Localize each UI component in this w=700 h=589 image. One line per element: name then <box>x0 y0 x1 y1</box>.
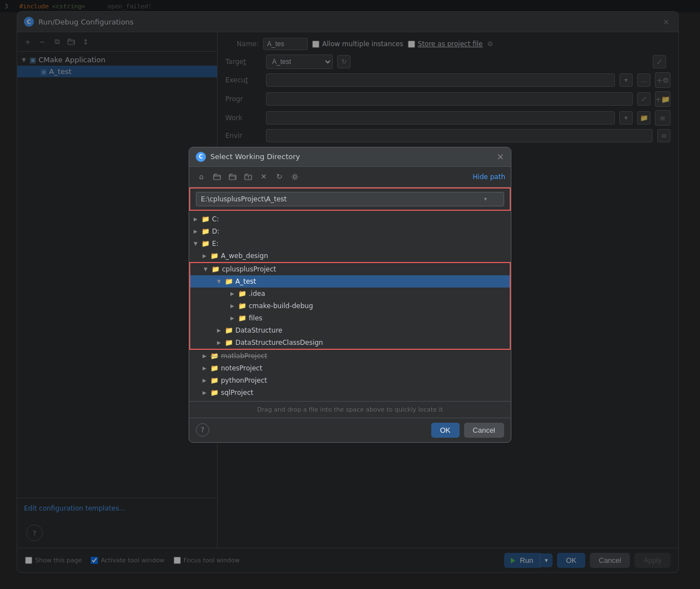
swd-close-button[interactable]: × <box>497 152 504 161</box>
idea-folder-icon: 📁 <box>238 290 247 298</box>
cplusplus-expand-icon: ▼ <box>204 266 209 272</box>
swd-tree-item-cmake-build[interactable]: ▶ 📁 cmake-build-debug <box>190 300 510 312</box>
swd-new-folder-button[interactable] <box>210 170 224 184</box>
swd-cancel-button[interactable]: Cancel <box>464 423 504 438</box>
swd-footer: ? OK Cancel <box>189 418 511 442</box>
swd-home-button[interactable]: ⌂ <box>195 170 208 184</box>
python-folder-icon: 📁 <box>210 377 219 384</box>
c-expand-icon: ▶ <box>194 216 199 222</box>
cmake-build-expand-icon: ▶ <box>230 303 236 309</box>
swd-path-dropdown-icon[interactable]: ▾ <box>484 196 487 202</box>
swd-titlebar: C Select Working Directory × <box>189 147 511 167</box>
swd-tree-item-matlab[interactable]: ▶ 📁 matlabProject <box>189 350 511 362</box>
sql-expand-icon: ▶ <box>203 390 208 395</box>
swd-path-text: E:\cplusplusProject\A_test <box>201 195 287 203</box>
a-web-design-expand-icon: ▶ <box>203 253 208 259</box>
swd-tree-item-python[interactable]: ▶ 📁 pythonProject <box>189 374 511 387</box>
notes-folder-icon: 📁 <box>210 364 219 372</box>
swd-delete-button[interactable]: ✕ <box>257 170 270 184</box>
a-web-design-folder-icon: 📁 <box>210 252 219 260</box>
swd-icon: C <box>196 152 206 162</box>
swd-path-input-wrapper: E:\cplusplusProject\A_test ▾ <box>196 192 504 206</box>
svg-text:↑: ↑ <box>247 175 250 180</box>
d-folder-icon: 📁 <box>201 227 210 235</box>
notes-expand-icon: ▶ <box>203 365 208 371</box>
sql-folder-icon: 📁 <box>210 389 219 397</box>
swd-title: Select Working Directory <box>210 152 492 161</box>
data-structure-class-expand-icon: ▶ <box>217 340 223 345</box>
cmake-build-folder-icon: 📁 <box>238 302 247 310</box>
svg-text:+: + <box>234 176 236 180</box>
swd-help-button[interactable]: ? <box>196 423 209 437</box>
swd-toolbar: ⌂ + ↑ ✕ ↻ Hide path <box>189 167 511 187</box>
idea-expand-icon: ▶ <box>230 291 236 296</box>
data-structure-folder-icon: 📁 <box>225 326 233 334</box>
swd-ok-button[interactable]: OK <box>431 423 460 438</box>
swd-tree-item-data-structure[interactable]: ▶ 📁 DataStructure <box>190 324 510 336</box>
swd-tree-item-cplusplus[interactable]: ▼ 📁 cplusplusProject <box>190 263 510 275</box>
swd-hide-path-btn[interactable]: Hide path <box>473 173 505 181</box>
swd-dialog: C Select Working Directory × ⌂ + ↑ ✕ ↻ H… <box>189 147 511 443</box>
files-folder-icon: 📁 <box>238 314 247 322</box>
swd-tree: ▶ 📁 C: ▶ 📁 D: ▼ 📁 E: ▶ 📁 A_web_design <box>189 211 511 401</box>
swd-new-folder2-button[interactable]: + <box>226 170 239 184</box>
swd-settings-button[interactable] <box>288 170 302 184</box>
swd-tree-item-a-test[interactable]: ▼ 📁 A_test <box>190 275 510 288</box>
swd-refresh-button[interactable]: ↻ <box>273 170 286 184</box>
swd-parent-folder-button[interactable]: ↑ <box>241 170 255 184</box>
matlab-expand-icon: ▶ <box>203 353 208 359</box>
c-folder-icon: 📁 <box>201 215 210 223</box>
swd-tree-item-idea[interactable]: ▶ 📁 .idea <box>190 288 510 300</box>
swd-tree-item-files[interactable]: ▶ 📁 files <box>190 312 510 324</box>
swd-tree-item-e[interactable]: ▼ 📁 E: <box>189 237 511 250</box>
a-test-folder-icon: 📁 <box>225 278 233 285</box>
swd-tree-item-data-structure-class[interactable]: ▶ 📁 DataStructureClassDesign <box>190 336 510 349</box>
swd-tree-item-notes[interactable]: ▶ 📁 notesProject <box>189 362 511 374</box>
data-structure-class-folder-icon: 📁 <box>225 339 233 347</box>
swd-tree-item-c[interactable]: ▶ 📁 C: <box>189 213 511 225</box>
e-folder-icon: 📁 <box>201 240 210 248</box>
files-expand-icon: ▶ <box>230 315 236 321</box>
swd-tree-item-sql[interactable]: ▶ 📁 sqlProject <box>189 387 511 399</box>
data-structure-expand-icon: ▶ <box>217 328 223 333</box>
matlab-folder-icon: 📁 <box>210 352 219 360</box>
swd-path-section: E:\cplusplusProject\A_test ▾ <box>189 187 511 211</box>
swd-tree-item-d[interactable]: ▶ 📁 D: <box>189 225 511 237</box>
swd-drag-hint: Drag and drop a file into the space abov… <box>189 401 511 418</box>
swd-selected-section: ▼ 📁 cplusplusProject ▼ 📁 A_test ▶ 📁 .ide… <box>189 262 511 350</box>
swd-overlay: C Select Working Directory × ⌂ + ↑ ✕ ↻ H… <box>0 0 700 589</box>
svg-point-7 <box>294 175 297 178</box>
swd-tree-item-a-web-design[interactable]: ▶ 📁 A_web_design <box>189 250 511 262</box>
e-expand-icon: ▼ <box>194 241 199 246</box>
cplusplus-folder-icon: 📁 <box>211 265 220 273</box>
svg-rect-2 <box>214 175 220 180</box>
python-expand-icon: ▶ <box>203 378 208 383</box>
d-expand-icon: ▶ <box>194 229 199 234</box>
a-test-expand-icon: ▼ <box>217 279 223 284</box>
